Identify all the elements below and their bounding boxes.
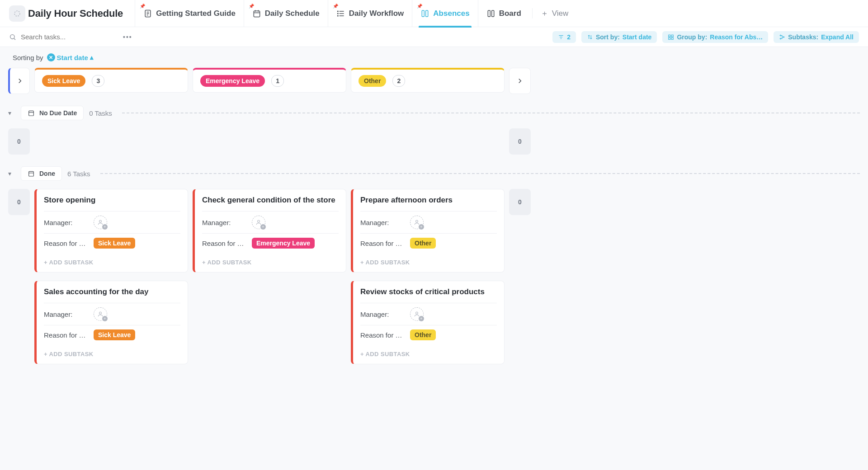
svg-rect-15 — [422, 10, 425, 16]
column-headers: Sick Leave3Emergency Leave1Other2 — [8, 68, 860, 94]
reason-tag: Sick Leave — [94, 238, 135, 249]
task-card[interactable]: Review stocks of critical productsManage… — [351, 281, 505, 364]
filter-icon — [558, 34, 564, 40]
tab-icon — [252, 9, 261, 18]
sorting-chip[interactable]: ✕ Start date ▴ — [47, 53, 94, 61]
assignee-avatar[interactable] — [94, 216, 107, 229]
tab-label: Daily Workflow — [349, 9, 404, 18]
assignee-avatar[interactable] — [410, 307, 424, 321]
caret-down-icon[interactable]: ▾ — [8, 109, 15, 117]
field-label-manager: Manager: — [44, 219, 89, 226]
svg-rect-16 — [426, 10, 428, 16]
add-subtask-button[interactable]: + ADD SUBTASK — [37, 254, 188, 272]
divider — [122, 113, 860, 113]
right-count-badge: 0 — [509, 128, 531, 155]
subtasks-label: Subtasks: — [788, 33, 818, 41]
column-header[interactable]: Emergency Leave1 — [193, 68, 346, 93]
subtasks-button[interactable]: Subtasks: Expand All — [774, 31, 859, 43]
search-input[interactable] — [20, 33, 101, 41]
pin-icon: 📌 — [249, 4, 254, 9]
left-count-badge: 0 — [8, 128, 30, 155]
scroll-left-button[interactable] — [8, 68, 30, 94]
add-view-label: View — [552, 9, 569, 18]
svg-point-30 — [783, 36, 784, 37]
tab-icon — [336, 9, 345, 18]
task-card[interactable]: Prepare afternoon ordersManager:Reason f… — [351, 189, 505, 273]
sorting-info: Sorting by ✕ Start date ▴ — [0, 47, 868, 68]
card-title: Sales accounting for the day — [44, 287, 180, 296]
filter-count: 2 — [567, 33, 571, 41]
tab-daily-workflow[interactable]: 📌Daily Workflow — [328, 0, 412, 27]
section-chip[interactable]: No Due Date — [21, 106, 84, 120]
sort-button[interactable]: Sort by: Start date — [581, 31, 657, 43]
tab-icon — [420, 9, 429, 18]
reason-tag: Sick Leave — [94, 329, 135, 340]
close-icon[interactable]: ✕ — [47, 53, 55, 61]
add-view-button[interactable]: ＋ View — [532, 8, 577, 19]
svg-rect-24 — [669, 35, 670, 37]
right-count-badge: 0 — [509, 189, 531, 215]
tab-absences[interactable]: 📌Absences — [412, 0, 477, 27]
add-subtask-button[interactable]: + ADD SUBTASK — [353, 346, 504, 364]
view-tabs: 📌Getting Started Guide📌Daily Schedule📌Da… — [135, 0, 529, 27]
task-card[interactable]: Store openingManager:Reason for …Sick Le… — [34, 189, 188, 273]
group-button[interactable]: Group by: Reason for Abs… — [662, 31, 768, 43]
column-badge: Sick Leave — [42, 75, 85, 87]
pin-icon: 📌 — [417, 4, 422, 9]
tab-icon — [486, 9, 495, 18]
card-title: Review stocks of critical products — [360, 287, 497, 296]
board: Sick Leave3Emergency Leave1Other2 ▾No Du… — [0, 68, 868, 382]
assignee-avatar[interactable] — [252, 216, 265, 229]
scroll-right-button[interactable] — [509, 68, 531, 94]
group-icon — [668, 34, 674, 40]
svg-line-20 — [14, 38, 15, 40]
group-label: Group by: — [677, 33, 707, 41]
field-label-reason: Reason for … — [202, 240, 247, 247]
task-card[interactable]: Sales accounting for the dayManager:Reas… — [34, 281, 188, 364]
search-box[interactable] — [9, 33, 118, 41]
svg-point-29 — [780, 38, 781, 39]
tab-board[interactable]: Board — [478, 0, 529, 27]
column-header[interactable]: Sick Leave3 — [34, 68, 188, 93]
column-count: 1 — [271, 75, 284, 87]
subtasks-icon — [779, 34, 785, 40]
section-name: No Due Date — [39, 109, 77, 117]
sort-icon — [587, 34, 593, 40]
section-chip[interactable]: Done — [21, 166, 62, 181]
tab-daily-schedule[interactable]: 📌Daily Schedule — [244, 0, 328, 27]
column-badge: Emergency Leave — [200, 75, 265, 87]
column-header[interactable]: Other2 — [351, 68, 505, 93]
add-subtask-button[interactable]: + ADD SUBTASK — [353, 254, 504, 272]
add-subtask-button[interactable]: + ADD SUBTASK — [37, 346, 188, 364]
tab-icon — [143, 9, 152, 18]
svg-rect-5 — [254, 11, 259, 17]
section-header: ▾Done6 Tasks — [8, 166, 860, 181]
caret-down-icon[interactable]: ▾ — [8, 170, 15, 177]
add-subtask-button[interactable]: + ADD SUBTASK — [195, 254, 346, 272]
svg-rect-33 — [29, 171, 34, 176]
assignee-avatar[interactable] — [410, 216, 424, 229]
field-label-reason: Reason for … — [360, 331, 406, 339]
tab-label: Getting Started Guide — [156, 9, 236, 18]
assignee-avatar[interactable] — [94, 307, 107, 321]
filter-count-button[interactable]: 2 — [552, 31, 576, 43]
svg-rect-17 — [488, 10, 490, 16]
search-icon — [9, 33, 16, 41]
tab-label: Absences — [433, 9, 469, 18]
svg-point-35 — [99, 220, 102, 222]
reason-tag: Emergency Leave — [252, 238, 315, 249]
svg-point-14 — [337, 15, 338, 16]
toolbar: ••• 2 Sort by: Start date Group by: Reas… — [0, 27, 868, 47]
reason-tag: Other — [410, 238, 436, 249]
divider — [100, 173, 860, 174]
workspace-title: Daily Hour Schedule — [28, 8, 123, 19]
svg-point-39 — [416, 312, 418, 314]
svg-point-38 — [99, 312, 102, 314]
task-card[interactable]: Check general condition of the storeMana… — [193, 189, 346, 273]
sorting-prefix: Sorting by — [13, 54, 43, 61]
svg-point-12 — [337, 11, 338, 12]
field-label-manager: Manager: — [44, 310, 89, 318]
more-button[interactable]: ••• — [123, 33, 132, 41]
tab-getting-started-guide[interactable]: 📌Getting Started Guide — [135, 0, 244, 27]
svg-rect-31 — [29, 111, 34, 116]
